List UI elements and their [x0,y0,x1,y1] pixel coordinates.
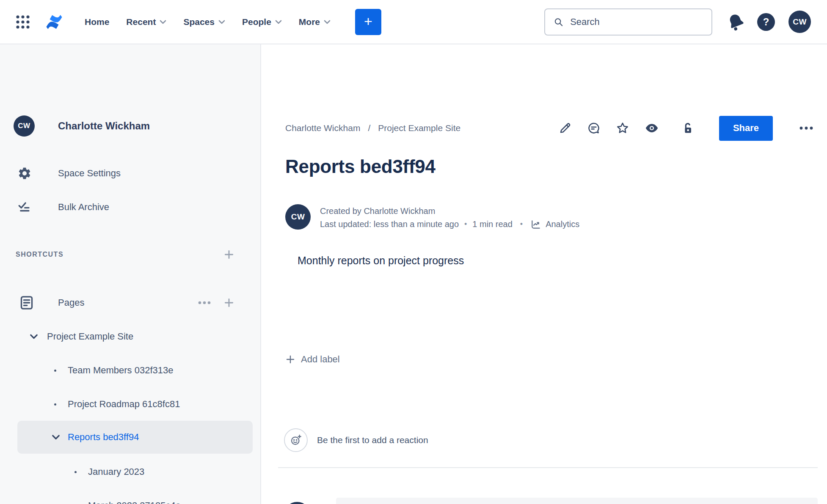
sidebar-item-bulk-archive[interactable]: Bulk Archive [0,198,254,216]
comment-row: CW [284,498,818,504]
space-name: Charlotte Wickham [58,120,150,132]
tree-item-project-roadmap[interactable]: Project Roadmap 61c8fc81 [0,394,254,414]
bullet-icon [54,403,56,405]
nav-more[interactable]: More [299,17,331,27]
breadcrumb-separator: / [368,123,370,133]
sidebar-item-space-settings[interactable]: Space Settings [0,164,254,183]
section-divider [278,467,818,468]
star-icon[interactable] [616,121,629,135]
search-box[interactable] [544,8,712,36]
chevron-down-icon [218,20,225,24]
nav-spaces[interactable]: Spaces [183,17,225,27]
add-page-icon[interactable] [223,297,234,308]
tree-item-label: Team Members 032f313e [68,365,173,376]
dot-separator: • [520,218,523,231]
reaction-prompt: Be the first to add a reaction [317,435,428,445]
top-navigation-bar: Home Recent Spaces People More + ? CW [0,0,827,44]
tree-item-label: March 2023 37185c4a [88,500,181,504]
chevron-down-icon[interactable] [30,334,38,339]
smiley-add-icon [289,434,302,446]
breadcrumb-space[interactable]: Charlotte Wickham [285,123,360,133]
byline: CW Created by Charlotte Wickham Last upd… [285,204,579,231]
nav-more-label: More [299,17,320,27]
avatar-initials: CW [793,17,807,27]
restrictions-unlock-icon[interactable] [681,121,695,135]
avatar-initials: CW [291,212,305,222]
tree-item-label: Reports bed3ff94 [68,432,139,443]
tree-item-march-2023[interactable]: March 2023 37185c4a [0,496,254,504]
add-label-button[interactable]: Add label [285,351,340,367]
analytics-chart-icon [530,219,541,230]
last-updated-text[interactable]: Last updated: less than a minute ago [320,218,459,231]
nav-home-label: Home [85,17,109,27]
question-mark-icon: ? [763,16,769,28]
gear-icon [17,166,32,181]
comment-bubble-icon[interactable] [587,121,601,135]
page-content: Charlotte Wickham / Project Example Site [262,44,827,504]
chevron-down-icon [160,20,166,24]
add-reaction-button[interactable] [284,428,308,452]
nav-spaces-label: Spaces [183,17,215,27]
tree-item-january-2023[interactable]: January 2023 [0,462,254,482]
confluence-logo-icon[interactable] [44,12,64,32]
plus-icon: + [364,14,372,28]
edit-pencil-icon[interactable] [558,121,572,135]
bulk-archive-icon [17,200,32,214]
plus-icon [285,354,295,364]
add-shortcut-icon[interactable] [223,249,234,260]
content-header: Charlotte Wickham / Project Example Site [285,115,813,141]
dot-separator: • [464,218,467,231]
more-actions-icon[interactable] [799,126,813,130]
shortcuts-section-header: SHORTCUTS [0,246,254,263]
create-button[interactable]: + [355,9,381,35]
search-icon [554,16,563,27]
watch-eye-icon[interactable] [645,121,659,135]
nav-people[interactable]: People [242,17,282,27]
page-body-text: Monthly reports on project progress [298,255,464,267]
bullet-icon [54,370,56,372]
share-button[interactable]: Share [719,116,773,141]
breadcrumb: Charlotte Wickham / Project Example Site [285,123,460,133]
user-avatar[interactable]: CW [788,11,811,33]
space-avatar: CW [14,115,35,137]
sidebar-section-pages[interactable]: Pages [0,292,254,313]
sidebar-item-label: Space Settings [58,168,121,179]
shortcuts-heading: SHORTCUTS [16,251,63,258]
app-switcher-icon[interactable] [14,14,31,30]
notifications-bell-icon[interactable] [725,11,747,33]
pages-icon [18,294,35,311]
tree-item-label: Project Example Site [47,331,133,342]
tree-item-team-members[interactable]: Team Members 032f313e [0,361,254,380]
chevron-down-icon[interactable] [52,435,60,440]
nav-home[interactable]: Home [85,17,109,27]
page-title: Reports bed3ff94 [285,156,436,177]
nav-recent-label: Recent [126,17,156,27]
sidebar-item-label: Bulk Archive [58,202,109,213]
chevron-down-icon [275,20,282,24]
breadcrumb-page[interactable]: Project Example Site [378,123,460,133]
page-actions: Share [558,116,813,141]
search-input[interactable] [570,16,703,27]
add-label-text: Add label [301,354,340,365]
tree-item-project-example-site[interactable]: Project Example Site [0,327,254,346]
pages-more-icon[interactable] [198,301,211,304]
nav-people-label: People [242,17,271,27]
chevron-down-icon [324,20,331,24]
comment-input[interactable] [336,498,818,504]
tree-item-label: January 2023 [88,466,144,477]
analytics-link[interactable]: Analytics [530,218,579,231]
analytics-label: Analytics [546,218,579,231]
help-button[interactable]: ? [757,13,775,31]
tree-item-reports-selected[interactable]: Reports bed3ff94 [17,421,253,454]
created-by-text[interactable]: Created by Charlotte Wickham [320,205,435,218]
space-profile[interactable]: CW Charlotte Wickham [0,115,254,137]
avatar-initials: CW [18,122,30,130]
read-time-text: 1 min read [472,218,513,231]
pages-label: Pages [58,297,84,308]
author-avatar[interactable]: CW [285,204,311,230]
nav-recent[interactable]: Recent [126,17,166,27]
space-sidebar: CW Charlotte Wickham Space Settings Bulk… [0,44,261,504]
commenter-avatar: CW [284,502,310,504]
bullet-icon [74,471,77,473]
tree-item-label: Project Roadmap 61c8fc81 [68,399,180,410]
